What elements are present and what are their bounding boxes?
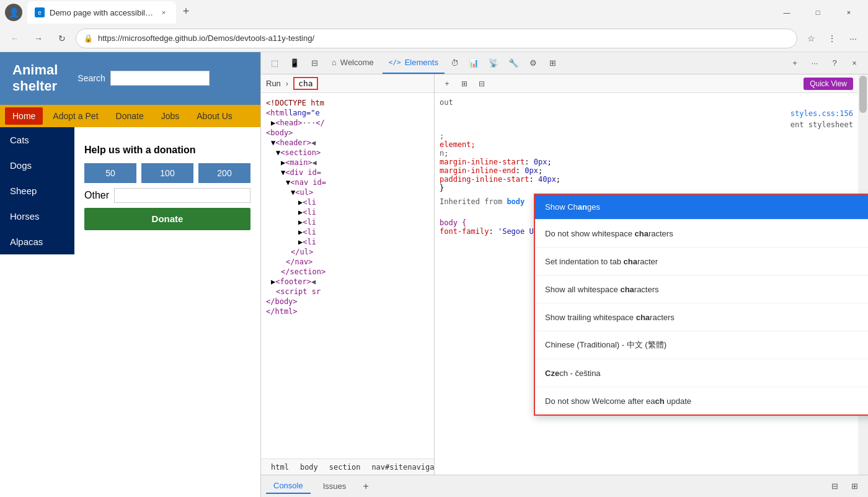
scroll-thumb[interactable] <box>859 76 867 113</box>
cmd-show-changes[interactable]: Show Changes <box>535 195 868 220</box>
browser-tab[interactable]: e Demo page with accessibility issu... × <box>27 1 176 24</box>
styles-layout[interactable]: ⊟ <box>474 76 489 91</box>
html-line: </body> <box>266 297 429 307</box>
performance-icon[interactable]: 📊 <box>465 55 482 72</box>
cmd-chinese-label: Chinese (Traditional) - 中文 (繁體) <box>545 339 868 351</box>
devtools-close-button[interactable]: × <box>846 55 863 72</box>
wifi-icon[interactable]: 📡 <box>485 55 502 72</box>
tab-issues[interactable]: Issues <box>316 479 354 493</box>
bc-body[interactable]: body <box>295 462 323 473</box>
collections-button[interactable]: ⋮ <box>822 29 842 48</box>
styles-ent-text: ent stylesheet <box>440 120 853 129</box>
donation-other-area: Other <box>84 188 250 203</box>
inspect-element-button[interactable]: ⬚ <box>266 55 283 72</box>
breadcrumb-bar: html body section nav#sitenavigation ul <box>261 459 434 475</box>
html-line: ▶ <li <box>266 207 429 217</box>
donation-amount-buttons: 50 100 200 <box>84 163 250 183</box>
browser-window: 👤 e Demo page with accessibility issu...… <box>0 0 868 497</box>
donate-button[interactable]: Donate <box>84 208 250 230</box>
more-tabs-button[interactable]: + <box>786 55 804 72</box>
back-button[interactable]: ← <box>5 29 25 48</box>
tab-console[interactable]: Console <box>266 478 311 494</box>
maximize-button[interactable]: □ <box>804 2 832 22</box>
elements-toolbar: Run › cha <box>261 74 434 93</box>
nav-about[interactable]: About Us <box>189 107 240 125</box>
styles-toggle[interactable]: ⊞ <box>457 76 472 91</box>
tab-favicon: e <box>35 7 45 17</box>
nav-home[interactable]: Home <box>5 107 43 125</box>
html-line: <!DOCTYPE htm <box>266 98 429 108</box>
html-line: ▶ <li <box>266 217 429 227</box>
cmd-no-welcome[interactable]: Do not show Welcome after each update Ap… <box>535 387 868 414</box>
sidebar-alpacas[interactable]: Alpacas <box>0 229 74 254</box>
new-tab-button[interactable]: + <box>176 1 196 21</box>
cmd-all-whitespace[interactable]: Show all whitespace characters Sources <box>535 275 868 303</box>
styles-prop-3: padding-inline-start: 40px; <box>440 175 853 184</box>
styles-element: element; <box>440 140 853 149</box>
forward-button[interactable]: → <box>29 29 48 48</box>
browser-menu-button[interactable]: ··· <box>843 29 863 48</box>
refresh-button[interactable]: ↻ <box>52 29 72 48</box>
donation-200[interactable]: 200 <box>198 163 250 183</box>
nav-adopt[interactable]: Adopt a Pet <box>45 107 105 125</box>
cmd-czech[interactable]: Czech - čeština Appearance <box>535 359 868 387</box>
screen-cast-button[interactable]: ⊞ <box>846 478 863 495</box>
device-mode-button[interactable]: 📱 <box>286 55 303 72</box>
nav-donate[interactable]: Donate <box>108 107 151 125</box>
other-amount-input[interactable] <box>114 188 250 203</box>
bc-html[interactable]: html <box>266 462 294 473</box>
memory-icon[interactable]: 🔧 <box>505 55 522 72</box>
devtools-settings-button[interactable]: ? <box>826 55 843 72</box>
html-line: ▶ <li <box>266 227 429 237</box>
donation-100[interactable]: 100 <box>141 163 193 183</box>
search-input[interactable] <box>110 71 210 86</box>
tab-close-button[interactable]: × <box>159 7 169 17</box>
sidebar-cats[interactable]: Cats <box>0 127 74 153</box>
address-bar[interactable]: 🔒 https://microsoftedge.github.io/Demos/… <box>76 29 797 48</box>
tab-elements[interactable]: </> Elements <box>383 52 445 74</box>
quick-view-button[interactable]: Quick View <box>804 78 853 90</box>
cmd-trailing-whitespace-label: Show trailing whitespace characters <box>545 313 868 322</box>
tab-welcome[interactable]: ⌂ Welcome <box>326 52 380 74</box>
sidebar-sheep[interactable]: Sheep <box>0 178 74 204</box>
cmd-tab-indent[interactable]: Set indentation to tab character Sources <box>535 248 868 275</box>
security-panel-icon[interactable]: ⊞ <box>544 55 562 72</box>
tab-elements-label: Elements <box>405 58 438 67</box>
application-icon[interactable]: ⚙ <box>525 55 542 72</box>
cmd-no-whitespace[interactable]: Do not show whitespace characters Source… <box>535 220 868 248</box>
network-icon[interactable]: ⏱ <box>447 55 463 72</box>
chevron-icon: › <box>286 79 288 88</box>
add-bottom-tab-button[interactable]: + <box>358 479 373 494</box>
url-text: https://microsoftedge.github.io/Demos/de… <box>98 34 789 43</box>
bc-section[interactable]: section <box>324 462 366 473</box>
sidebar-dogs[interactable]: Dogs <box>0 153 74 178</box>
webpage-preview: Animal shelter Search Home Adopt a Pet D… <box>0 52 260 497</box>
close-button[interactable]: × <box>835 2 863 22</box>
styles-out-text: out <box>440 98 853 107</box>
html-line: </ul> <box>266 247 429 257</box>
nav-right-buttons: ☆ ⋮ ··· <box>801 29 863 48</box>
favorites-button[interactable]: ☆ <box>801 29 821 48</box>
cmd-trailing-whitespace[interactable]: Show trailing whitespace characters Sour… <box>535 303 868 331</box>
devtools-more-button[interactable]: ··· <box>806 55 823 72</box>
donation-title: Help us with a donation <box>84 145 250 156</box>
bottom-right-buttons: ⊟ ⊞ <box>826 478 863 495</box>
minimize-button[interactable]: — <box>773 2 801 22</box>
donation-50[interactable]: 50 <box>84 163 136 183</box>
html-line: ▼ <section> <box>266 148 429 158</box>
sidebar-horses[interactable]: Horses <box>0 204 74 229</box>
toggle-panel-button[interactable]: ⊟ <box>306 55 323 72</box>
html-line: ▶ <head> ··· </ <box>266 118 429 128</box>
cmd-chinese[interactable]: Chinese (Traditional) - 中文 (繁體) Appearan… <box>535 331 868 359</box>
styles-source-link-1[interactable]: styles.css:156 <box>790 109 853 118</box>
dock-button[interactable]: ⊟ <box>826 478 843 495</box>
cmd-show-changes-label: Show Changes <box>545 202 868 212</box>
title-bar: 👤 e Demo page with accessibility issu...… <box>0 0 868 25</box>
command-input[interactable]: cha <box>293 77 317 90</box>
inherited-from-link[interactable]: body <box>507 197 525 206</box>
html-line: <script sr <box>266 287 429 297</box>
bc-nav[interactable]: nav#sitenavigation <box>366 462 434 473</box>
styles-add-rule[interactable]: + <box>440 76 454 91</box>
styles-prop-1: margin-inline-start: 0px; <box>440 158 853 166</box>
nav-jobs[interactable]: Jobs <box>154 107 187 125</box>
